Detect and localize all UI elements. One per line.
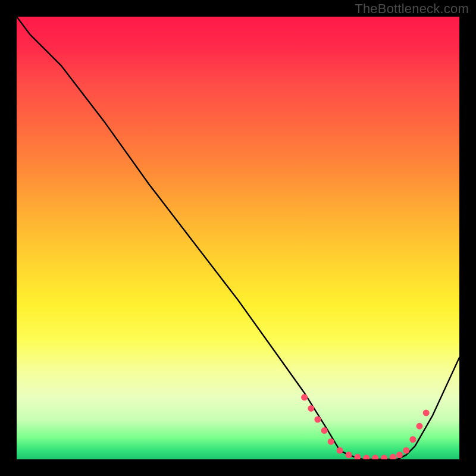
marker-dot	[354, 454, 361, 459]
marker-dot	[321, 427, 328, 434]
marker-dot	[372, 455, 378, 459]
bottleneck-curve	[17, 17, 459, 459]
marker-dot	[396, 452, 403, 458]
marker-dot	[328, 439, 334, 445]
watermark-text: TheBottleneck.com	[355, 1, 469, 17]
plot-gradient-area	[17, 17, 459, 459]
marker-dot	[308, 405, 314, 412]
marker-dot	[314, 416, 321, 423]
chart-frame: TheBottleneck.com	[0, 0, 476, 476]
marker-dot	[423, 409, 430, 416]
marker-dot	[381, 455, 387, 459]
marker-dot	[346, 452, 352, 458]
curve-svg	[17, 17, 459, 459]
marker-dots-group	[301, 394, 430, 459]
marker-dot	[363, 455, 369, 459]
marker-dot	[403, 447, 409, 454]
marker-dot	[337, 447, 343, 454]
marker-dot	[390, 454, 396, 459]
marker-dot	[301, 394, 308, 400]
marker-dot	[416, 423, 423, 430]
marker-dot	[409, 436, 416, 443]
